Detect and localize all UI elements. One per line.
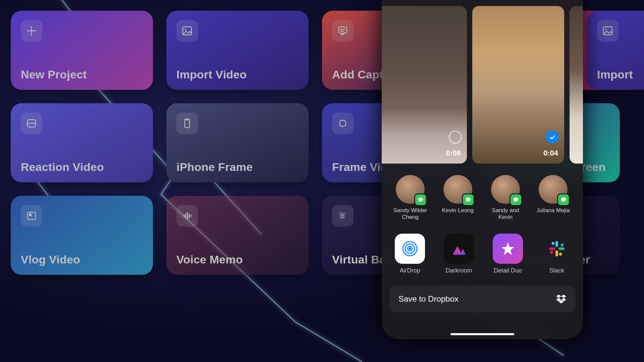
svg-point-53 bbox=[409, 247, 411, 250]
share-contact[interactable]: Kevin Leong bbox=[438, 175, 478, 221]
thumbnail-duration: 0:04 bbox=[543, 149, 558, 158]
home-indicator[interactable] bbox=[450, 333, 514, 335]
share-contact[interactable]: Juliana Mejia bbox=[533, 175, 573, 221]
share-sheet: 0:080:04 Sandy Wilder ChengKevin LeongSa… bbox=[382, 0, 583, 339]
tile-import-video[interactable]: Import Video bbox=[166, 11, 309, 90]
app-airdrop[interactable]: AirDrop bbox=[392, 234, 428, 274]
tile-label: Reaction Video bbox=[21, 161, 143, 174]
messages-badge-icon bbox=[415, 194, 426, 205]
app-label: Detail Duo bbox=[494, 267, 522, 274]
tile-iphone-frame[interactable]: iPhone Frame bbox=[166, 103, 309, 182]
frame-icon bbox=[332, 113, 354, 134]
action-tile-grid-mirror: ImportReactionRecordVirtual bbox=[587, 0, 644, 362]
avatar bbox=[539, 175, 568, 204]
svg-point-36 bbox=[605, 29, 607, 30]
svg-point-24 bbox=[339, 213, 340, 214]
svg-rect-17 bbox=[28, 212, 36, 220]
tile-vlog-video[interactable]: Vlog Video bbox=[11, 196, 153, 275]
share-contact[interactable]: Sandy and Kevin bbox=[486, 175, 525, 221]
app-label: Darkroom bbox=[445, 267, 472, 274]
phone-icon bbox=[176, 113, 198, 134]
app-detail-duo[interactable]: Detail Duo bbox=[490, 234, 526, 274]
messages-badge-icon bbox=[558, 194, 569, 205]
tile-new-project[interactable]: New Project bbox=[11, 11, 153, 90]
share-contact[interactable]: Sandy Wilder Cheng bbox=[390, 175, 430, 221]
share-thumbnail[interactable]: 0:08 bbox=[382, 6, 467, 164]
save-to-dropbox-row[interactable]: Save to Dropbox bbox=[389, 286, 576, 312]
svg-marker-54 bbox=[453, 246, 466, 255]
messages-badge-icon bbox=[463, 194, 474, 205]
caption-icon bbox=[332, 20, 354, 42]
dropbox-icon bbox=[556, 295, 566, 303]
svg-point-31 bbox=[344, 216, 345, 217]
svg-rect-55 bbox=[555, 241, 558, 247]
tile-reaction-video[interactable]: Reaction Video bbox=[11, 103, 153, 182]
image-icon bbox=[176, 20, 198, 42]
app-darkroom[interactable]: Darkroom bbox=[441, 234, 477, 274]
contact-name: Juliana Mejia bbox=[536, 207, 570, 214]
app-label: Slack bbox=[549, 267, 564, 274]
contact-name: Sandy Wilder Cheng bbox=[390, 207, 430, 221]
share-contact-row: Sandy Wilder ChengKevin LeongSandy and K… bbox=[382, 168, 583, 223]
svg-rect-18 bbox=[29, 214, 32, 216]
svg-point-26 bbox=[343, 213, 344, 214]
svg-rect-14 bbox=[340, 120, 346, 126]
share-app-row: AirDropDarkroomDetail DuoSlack bbox=[382, 223, 583, 276]
avatar bbox=[443, 175, 472, 204]
share-thumbnail[interactable] bbox=[570, 6, 583, 164]
action-label: Save to Dropbox bbox=[398, 294, 459, 304]
tile-label: Voice Memo bbox=[176, 253, 299, 266]
tile-label: iPhone Frame bbox=[176, 161, 299, 174]
selection-checked-icon[interactable] bbox=[546, 131, 559, 143]
tile-voice-memo[interactable]: Voice Memo bbox=[166, 196, 309, 275]
tile-label: Import bbox=[597, 68, 644, 81]
tile-import[interactable]: Import bbox=[587, 11, 644, 90]
svg-point-62 bbox=[550, 251, 553, 254]
svg-point-32 bbox=[341, 214, 343, 216]
app-darkroom-icon bbox=[444, 234, 474, 264]
share-contact[interactable]: Greg Ap bbox=[581, 175, 583, 221]
app-slack-icon bbox=[542, 234, 572, 264]
svg-point-28 bbox=[339, 214, 340, 215]
share-thumbnail-row: 0:080:04 bbox=[382, 0, 583, 168]
svg-rect-57 bbox=[555, 250, 558, 256]
contact-name: Kevin Leong bbox=[442, 207, 474, 214]
tile-label: New Project bbox=[21, 68, 143, 81]
svg-point-59 bbox=[552, 242, 555, 245]
selection-circle-icon[interactable] bbox=[449, 131, 462, 143]
share-thumbnail[interactable]: 0:04 bbox=[472, 6, 564, 164]
messages-badge-icon bbox=[511, 194, 521, 205]
app-airdrop-icon bbox=[395, 234, 425, 264]
avatar bbox=[491, 175, 520, 204]
svg-point-29 bbox=[344, 214, 345, 215]
person-dots-icon bbox=[332, 205, 354, 227]
svg-point-3 bbox=[185, 29, 186, 30]
app-slack[interactable]: Slack bbox=[539, 234, 575, 274]
contact-name: Sandy and Kevin bbox=[486, 207, 525, 221]
waveform-icon bbox=[176, 205, 198, 227]
app-label: AirDrop bbox=[399, 267, 420, 274]
svg-point-61 bbox=[559, 252, 562, 255]
tile-label: Import Video bbox=[176, 68, 299, 81]
pip-icon bbox=[21, 205, 42, 227]
svg-marker-64 bbox=[561, 295, 566, 298]
svg-point-25 bbox=[341, 213, 342, 214]
tile-label: Vlog Video bbox=[21, 253, 143, 266]
svg-rect-58 bbox=[549, 247, 555, 250]
image-icon bbox=[597, 20, 619, 42]
svg-point-27 bbox=[344, 213, 345, 214]
avatar bbox=[396, 175, 425, 204]
svg-point-30 bbox=[339, 216, 340, 217]
app-detail-duo-icon bbox=[493, 234, 523, 264]
plus-icon bbox=[21, 20, 42, 42]
svg-point-60 bbox=[561, 243, 564, 246]
svg-marker-63 bbox=[556, 295, 561, 298]
thumbnail-duration: 0:08 bbox=[446, 149, 461, 158]
svg-rect-56 bbox=[558, 247, 565, 250]
svg-rect-4 bbox=[339, 27, 347, 33]
split-icon bbox=[21, 113, 42, 134]
